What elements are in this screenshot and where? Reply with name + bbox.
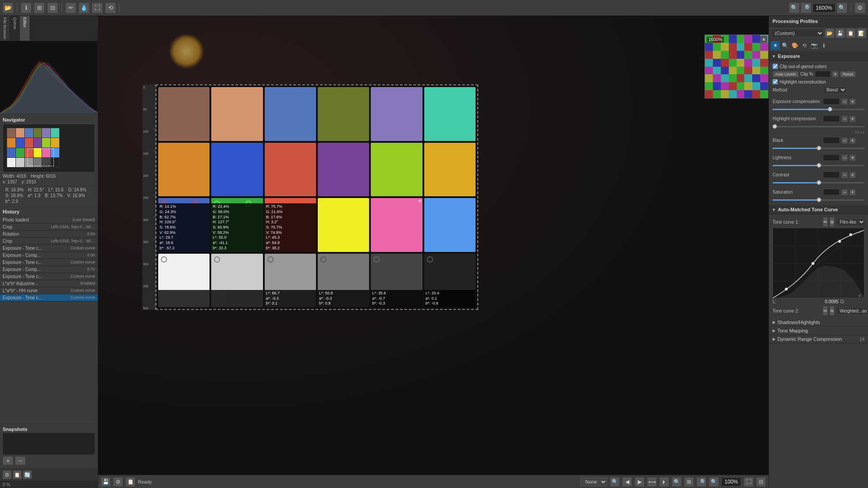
hl-comp-minus[interactable]: −: [841, 116, 848, 122]
left-bottom-icon1[interactable]: ⚙: [3, 470, 11, 479]
remove-snapshot-btn[interactable]: −: [15, 456, 26, 465]
tc2-pencil-btn[interactable]: ✏: [823, 306, 828, 316]
history-item-4[interactable]: Exposure - Tone c...Custom curve: [0, 245, 98, 252]
queue-tab[interactable]: Queue: [10, 16, 20, 41]
zoom-100-btn[interactable]: 🔎: [801, 3, 811, 13]
tone-curve-canvas[interactable]: ↗ ↙: [773, 228, 864, 298]
left-bottom-icon3[interactable]: 🔄: [23, 470, 32, 479]
lightness-plus[interactable]: +: [849, 155, 856, 161]
info-icon[interactable]: ℹ: [21, 3, 31, 13]
left-bottom-icon2[interactable]: 📋: [13, 470, 22, 479]
settings-btn[interactable]: ⚙: [113, 477, 123, 487]
tab-transform-icon[interactable]: ⟲: [800, 41, 809, 50]
filter-select[interactable]: None: [580, 477, 607, 486]
eyedrop-icon[interactable]: 💧: [79, 3, 89, 13]
history-item-3[interactable]: CropLeft=1333, Top=3... Width=983, Heigh…: [0, 238, 98, 245]
history-item-9[interactable]: L*a*b* Adjustme...Enabled: [0, 280, 98, 287]
tone-mapping-item[interactable]: ▶ Tone Mapping: [769, 327, 868, 335]
black-value[interactable]: 0: [823, 137, 840, 144]
history-item-5[interactable]: Exposure - Comp...0.00: [0, 252, 98, 259]
crop-icon[interactable]: ⛶: [92, 3, 103, 13]
settings-icon[interactable]: ⚙: [855, 3, 865, 13]
saturation-plus[interactable]: +: [849, 189, 856, 195]
profile-load-btn[interactable]: 📂: [825, 28, 834, 38]
history-item-8[interactable]: Exposure - Tone c...Custom curve: [0, 273, 98, 280]
history-item-0[interactable]: Photo loaded(Last Saved): [0, 217, 98, 224]
tc1-type-select[interactable]: Film-like: [836, 218, 865, 226]
exp-comp-minus[interactable]: −: [841, 99, 848, 105]
add-snapshot-btn[interactable]: +: [3, 456, 13, 465]
exp-comp-slider[interactable]: [773, 106, 864, 113]
image-viewport[interactable]: R: 14.1%G: 24.3%B: 62.7%H: 226.6°S: 78.8…: [98, 16, 769, 475]
tab-exposure-icon[interactable]: ☀: [771, 41, 780, 50]
queue-btn[interactable]: 📋: [126, 477, 135, 487]
tab-meta-icon[interactable]: ℹ: [819, 41, 828, 50]
profile-copy-btn[interactable]: 📋: [846, 28, 856, 38]
split-icon[interactable]: ⊟: [47, 3, 58, 13]
contrast-value[interactable]: 0: [823, 172, 840, 178]
filter-icon[interactable]: 🔍: [610, 477, 620, 487]
open-icon[interactable]: 📂: [3, 3, 13, 13]
black-plus[interactable]: +: [849, 137, 856, 144]
sync-btn[interactable]: ⟷: [647, 477, 657, 487]
tc2-type-select[interactable]: Weighted...andard: [836, 307, 868, 315]
tab-detail-icon[interactable]: 🔍: [780, 41, 789, 50]
exposure-section-header[interactable]: ▼ Exposure: [769, 52, 868, 61]
profile-select[interactable]: (Custom): [771, 29, 824, 38]
clip-pct-input[interactable]: 0.02: [815, 71, 830, 77]
hl-comp-plus[interactable]: +: [849, 116, 856, 122]
shadows-highlights-item[interactable]: ▶ Shadows/Highlights: [769, 318, 868, 327]
saturation-slider[interactable]: [773, 196, 864, 203]
dual-view-btn[interactable]: ⊟: [756, 477, 766, 487]
history-item-2[interactable]: Rotation0.84: [0, 231, 98, 238]
dynamic-range-item[interactable]: ▶ Dynamic Range Compression 14: [769, 335, 868, 343]
zoom-in-btn[interactable]: 🔍: [789, 3, 799, 13]
exp-comp-value[interactable]: 0.72: [823, 98, 840, 105]
tab-raw-icon[interactable]: 📷: [810, 41, 819, 50]
next-image-btn[interactable]: ▶: [635, 477, 644, 487]
pencil-icon[interactable]: ✏: [65, 3, 76, 13]
file-browser-tab[interactable]: File Browser: [0, 16, 10, 41]
hl-comp-value[interactable]: 0: [823, 115, 840, 122]
compare-icon[interactable]: ⊞: [34, 3, 45, 13]
profile-save-btn[interactable]: 💾: [835, 28, 845, 38]
save-btn[interactable]: 💾: [101, 477, 110, 487]
contrast-slider[interactable]: [773, 179, 864, 186]
history-item-1[interactable]: CropLeft=1344, Top=3... Width=972, High.…: [0, 224, 98, 231]
zoom-out-btn[interactable]: 🔍: [837, 3, 847, 13]
prev-image-btn[interactable]: ◀: [622, 477, 632, 487]
tc1-pencil-btn[interactable]: ✏: [823, 217, 828, 227]
history-item-11[interactable]: Exposure - Tone c...Custom curve: [0, 294, 98, 301]
zoom-fit-btn[interactable]: ⊞: [684, 477, 694, 487]
saturation-value[interactable]: 0: [823, 189, 840, 195]
hl-comp-slider[interactable]: [773, 123, 864, 130]
clip-gamut-checkbox[interactable]: [773, 64, 778, 69]
auto-levels-btn[interactable]: Auto Levels: [773, 71, 799, 77]
history-item-7[interactable]: Exposure - Comp...0.72: [0, 266, 98, 273]
fullscreen-btn[interactable]: ⛶: [744, 477, 754, 487]
zoom-out-bottom-btn[interactable]: 🔍: [672, 477, 681, 487]
clip-pct-plus[interactable]: +: [832, 71, 838, 77]
black-slider[interactable]: [773, 145, 864, 152]
highlight-recon-checkbox[interactable]: [773, 79, 778, 84]
rotate-icon[interactable]: ⟲: [105, 3, 116, 13]
zoom-in-bottom-btn[interactable]: 🔍: [709, 477, 719, 487]
lightness-slider[interactable]: [773, 162, 864, 169]
tc1-type-btn[interactable]: ≋: [830, 217, 834, 227]
tone-curve-section-header[interactable]: ▼ Auto-Matched Tone Curve: [769, 205, 868, 214]
clip-reset-btn[interactable]: Reset: [840, 71, 856, 77]
lightness-value[interactable]: 0: [823, 154, 840, 161]
play-btn[interactable]: ⏵: [659, 477, 669, 487]
profile-paste-btn[interactable]: 📝: [857, 28, 866, 38]
tab-color-icon[interactable]: 🎨: [790, 41, 799, 50]
saturation-minus[interactable]: −: [841, 189, 848, 195]
editor-tab[interactable]: Editor: [20, 16, 30, 41]
preview-close-btn[interactable]: ✕: [760, 36, 767, 43]
history-item-6[interactable]: Exposure - Tone c...Custom curve: [0, 259, 98, 266]
method-select[interactable]: Blend: [823, 86, 847, 94]
black-minus[interactable]: −: [841, 137, 848, 144]
contrast-plus[interactable]: +: [849, 172, 856, 178]
tc2-type-btn[interactable]: ≋: [830, 306, 834, 316]
history-item-10[interactable]: L*a*b* - HH curveCustom curve: [0, 287, 98, 294]
contrast-minus[interactable]: −: [841, 172, 848, 178]
